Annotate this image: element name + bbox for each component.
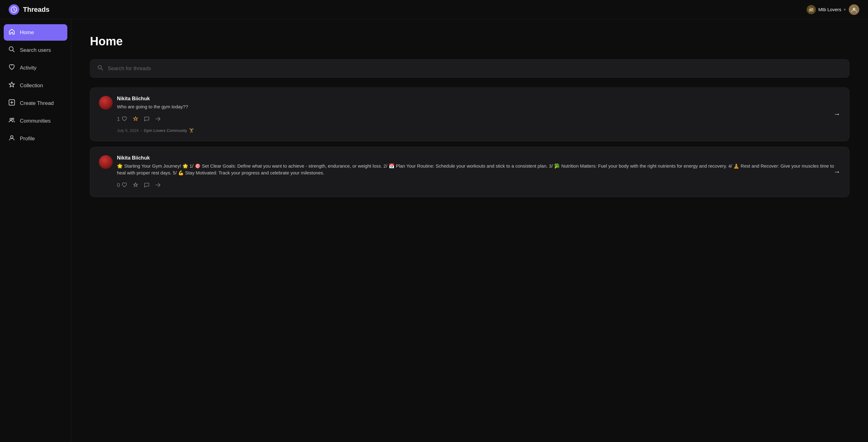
thread-text: Who are going to the gym today?? — [117, 104, 840, 111]
sidebar-item-collection[interactable]: Collection — [4, 77, 67, 94]
app-logo: Threads — [9, 4, 50, 15]
app-title: Threads — [23, 6, 50, 14]
search-bar[interactable]: Search for threads — [90, 59, 849, 78]
thread-actions: 1 — [117, 116, 840, 123]
star-icon — [133, 116, 138, 123]
sidebar-item-home[interactable]: Home — [4, 24, 67, 41]
thread-meta: July 5, 2024 - Gym Lovers Community 🏋️ — [117, 128, 840, 133]
star-button[interactable] — [133, 182, 138, 189]
topbar-right: 🚵 Mtb Lovers ▾ — [807, 4, 859, 15]
sidebar-label-search-users: Search users — [20, 47, 51, 53]
star-button[interactable] — [133, 116, 138, 123]
community-name: Mtb Lovers — [818, 7, 841, 12]
share-button[interactable] — [155, 116, 161, 123]
comment-button[interactable] — [144, 116, 150, 123]
thread-body: Nikita Biichuk Who are going to the gym … — [117, 96, 840, 133]
comment-icon — [144, 182, 150, 189]
sidebar-item-activity[interactable]: Activity — [4, 60, 67, 76]
share-button[interactable] — [155, 182, 161, 189]
sidebar: Home Search users Activity — [0, 19, 71, 442]
heart-icon — [122, 182, 127, 189]
thread-actions: 0 — [117, 182, 840, 189]
communities-icon — [8, 117, 16, 125]
sidebar-label-communities: Communities — [20, 118, 51, 124]
star-icon — [8, 81, 16, 90]
svg-point-1 — [853, 8, 855, 10]
sidebar-label-collection: Collection — [20, 83, 43, 89]
heart-icon — [122, 116, 127, 123]
main-layout: Home Search users Activity — [0, 19, 868, 442]
share-icon — [155, 116, 161, 123]
svg-point-4 — [10, 118, 12, 120]
sidebar-item-profile[interactable]: Profile — [4, 130, 67, 147]
community-selector[interactable]: 🚵 Mtb Lovers ▾ — [807, 5, 846, 14]
comment-button[interactable] — [144, 182, 150, 189]
sidebar-label-activity: Activity — [20, 65, 37, 71]
sidebar-label-home: Home — [20, 29, 34, 36]
logo-icon — [9, 4, 19, 15]
search-bar-icon — [97, 64, 103, 72]
community-emoji: 🏋️ — [189, 128, 194, 133]
chevron-down-icon: ▾ — [844, 7, 846, 12]
sidebar-item-communities[interactable]: Communities — [4, 113, 67, 129]
thread-card[interactable]: Nikita Biichuk Who are going to the gym … — [90, 88, 849, 141]
thread-card[interactable]: Nikita Biichuk 🌟 Starting Your Gym Journ… — [90, 147, 849, 197]
search-icon — [8, 46, 16, 54]
share-icon — [155, 182, 161, 189]
sidebar-item-search-users[interactable]: Search users — [4, 42, 67, 58]
like-button[interactable]: 1 — [117, 116, 127, 123]
thread-text: 🌟 Starting Your Gym Journey! 🌟 1/ 🎯 Set … — [117, 163, 840, 177]
thread-arrow-icon[interactable]: → — [834, 168, 840, 176]
heart-icon — [8, 64, 16, 72]
topbar: Threads 🚵 Mtb Lovers ▾ — [0, 0, 868, 19]
comment-icon — [144, 116, 150, 123]
home-icon — [8, 28, 16, 37]
thread-community: Gym Lovers Community — [144, 128, 187, 133]
page-title: Home — [90, 35, 849, 48]
thread-arrow-icon[interactable]: → — [834, 110, 840, 118]
profile-icon — [8, 135, 16, 143]
sidebar-item-create-thread[interactable]: Create Thread — [4, 95, 67, 112]
star-icon — [133, 182, 138, 189]
sidebar-label-profile: Profile — [20, 136, 35, 142]
thread-author-name: Nikita Biichuk — [117, 155, 840, 161]
main-content: Home Search for threads Nikita Biichuk W… — [71, 19, 868, 442]
thread-author-avatar — [99, 155, 113, 169]
search-placeholder: Search for threads — [107, 65, 151, 72]
sidebar-label-create-thread: Create Thread — [20, 100, 54, 107]
svg-point-6 — [10, 136, 13, 138]
like-count: 0 — [117, 182, 120, 188]
community-avatar: 🚵 — [807, 5, 816, 14]
thread-body: Nikita Biichuk 🌟 Starting Your Gym Journ… — [117, 155, 840, 189]
create-thread-icon — [8, 99, 16, 108]
like-button[interactable]: 0 — [117, 182, 127, 189]
svg-point-5 — [12, 118, 14, 120]
thread-date: July 5, 2024 — [117, 128, 139, 133]
like-count: 1 — [117, 116, 120, 122]
thread-author-avatar — [99, 96, 113, 110]
user-avatar[interactable] — [849, 4, 859, 15]
thread-author-name: Nikita Biichuk — [117, 96, 840, 101]
